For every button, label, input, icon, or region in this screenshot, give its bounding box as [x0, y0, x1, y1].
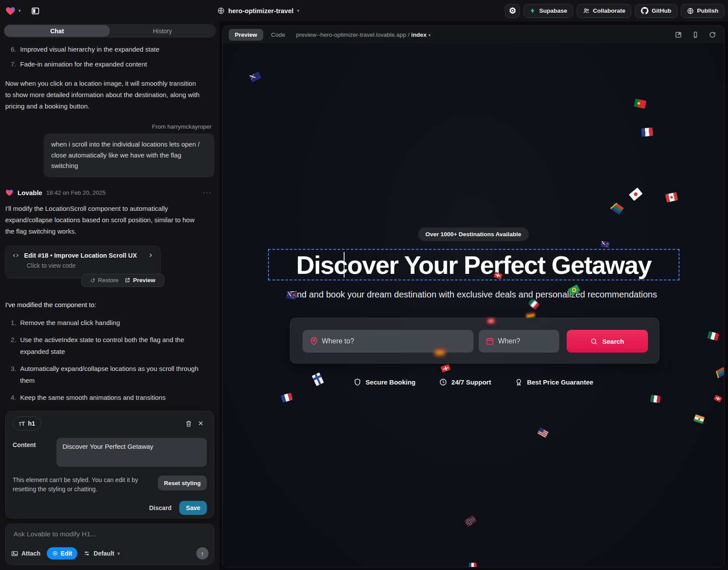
list-item-number: 3.	[5, 363, 20, 386]
feature-item: Best Price Guarantee	[515, 378, 593, 386]
panel-icon	[31, 7, 40, 15]
destinations-badge: Over 1000+ Destinations Available	[418, 227, 529, 241]
feature-label: 24/7 Support	[451, 378, 491, 386]
tab-chat[interactable]: Chat	[4, 25, 110, 37]
flag-mx-icon	[650, 395, 661, 403]
code-icon	[12, 252, 20, 259]
flag-ch-icon	[440, 364, 450, 372]
sliders-icon	[84, 550, 91, 557]
edit-version-card[interactable]: Edit #18 • Improve Location Scroll UX Cl…	[5, 246, 160, 278]
hero-subtitle: Find and book your dream destination wit…	[223, 290, 724, 300]
shield-icon	[353, 378, 362, 386]
globe-icon	[217, 7, 225, 14]
list-item: 3.Automatically expand/collapse location…	[5, 363, 214, 386]
refresh-icon	[709, 31, 716, 38]
edit-mode-button[interactable]: Edit	[47, 547, 77, 560]
flag-mx-icon	[528, 298, 540, 310]
from-label: From harrymckayroper	[5, 123, 214, 130]
chat-scroll-area[interactable]: 6.Improved visual hierarchy in the expan…	[0, 38, 219, 411]
search-card: Search	[290, 318, 659, 364]
restore-preview-bar: ↺ Restore Preview	[81, 274, 164, 287]
lovable-logo-icon[interactable]	[5, 6, 16, 16]
list-item: 1.Remove the manual click handling	[5, 317, 214, 329]
list-item-text: Use the activeIndex state to control bot…	[20, 334, 199, 357]
assistant-message: I'll modify the LocationScroll component…	[5, 203, 203, 237]
collaborate-button[interactable]: Collaborate	[577, 4, 631, 18]
search-button[interactable]: Search	[567, 330, 648, 353]
flag-no-icon	[464, 515, 477, 527]
user-message-bubble: when i scroll into the individual locati…	[44, 133, 214, 177]
list-item-number: 2.	[5, 334, 20, 357]
supabase-bolt-icon	[529, 7, 536, 14]
when-input-field[interactable]	[498, 330, 555, 353]
element-tag: h1	[28, 420, 35, 427]
tab-preview[interactable]: Preview	[229, 29, 263, 41]
edit-label: Edit	[61, 550, 72, 557]
discard-button[interactable]: Discard	[149, 504, 171, 511]
open-in-new-tab-button[interactable]	[675, 31, 682, 38]
delete-element-button[interactable]	[182, 417, 195, 430]
flag-au-icon	[249, 71, 262, 83]
preview-toolbar: Preview Code preview--hero-optimizer-tra…	[223, 26, 724, 43]
sidebar-toggle-button[interactable]	[29, 4, 42, 17]
sidebar-tabs: Chat History	[3, 24, 216, 38]
content-label: Content	[13, 438, 56, 467]
image-icon	[11, 550, 18, 557]
lovable-heart-icon	[5, 189, 14, 197]
list-item-text: Fade-in animation for the expanded conte…	[20, 59, 147, 70]
github-button[interactable]: GitHub	[635, 4, 677, 18]
chevron-right-icon[interactable]	[147, 252, 154, 259]
element-tag-pill[interactable]: TT h1	[13, 416, 41, 430]
flag-za-icon	[714, 367, 724, 379]
preview-url[interactable]: preview--hero-optimizer-travel.lovable.a…	[296, 31, 431, 38]
send-button[interactable]: ↑	[196, 547, 209, 560]
settings-button[interactable]: ⚙	[505, 4, 520, 18]
app-preview-hero: Over 1000+ Destinations Available Discov…	[223, 43, 724, 567]
styling-note: This element can't be styled. You can ed…	[13, 476, 153, 494]
h1-selection-outline[interactable]: Discover Your Perfect Getaway	[268, 249, 679, 280]
where-input[interactable]	[303, 330, 474, 353]
attach-button[interactable]: Attach	[11, 550, 41, 557]
save-button[interactable]: Save	[179, 501, 207, 515]
supabase-button[interactable]: Supabase	[523, 4, 573, 18]
feature-label: Secure Booking	[366, 378, 415, 386]
hero-title[interactable]: Discover Your Perfect Getaway	[296, 250, 651, 280]
message-menu-button[interactable]: ···	[203, 189, 214, 196]
calendar-icon	[485, 336, 495, 346]
when-input[interactable]	[479, 330, 559, 353]
award-icon	[515, 378, 523, 386]
mobile-icon	[692, 31, 699, 38]
chat-input-field[interactable]	[14, 530, 197, 538]
where-input-field[interactable]	[322, 330, 469, 353]
tab-code[interactable]: Code	[271, 31, 285, 38]
close-editor-button[interactable]: ✕	[195, 417, 207, 430]
text-caret	[344, 252, 345, 277]
content-textarea[interactable]: Discover Your Perfect Getaway	[56, 438, 207, 467]
logo-chevron-down-icon[interactable]: ▾	[18, 8, 21, 14]
flag-ch-icon	[714, 395, 722, 402]
mobile-view-button[interactable]	[692, 31, 699, 38]
restore-button[interactable]: ↺ Restore	[91, 277, 119, 284]
flag-za-icon	[610, 202, 624, 215]
flag-mx-icon	[707, 331, 719, 341]
project-switcher[interactable]: hero-optimizer-travel ▾	[217, 0, 300, 21]
refresh-button[interactable]	[709, 31, 716, 38]
reset-styling-button[interactable]: Reset styling	[158, 476, 207, 490]
publish-globe-icon	[687, 7, 694, 14]
assistant-message: Now when you click on a location image, …	[5, 78, 203, 112]
attach-label: Attach	[21, 550, 41, 557]
list-item-text: Remove the manual click handling	[20, 317, 199, 329]
model-default-button[interactable]: Default ▾	[84, 550, 120, 557]
flag-jp-icon	[629, 187, 643, 201]
assistant-name: Lovable	[17, 189, 42, 196]
publish-button[interactable]: Publish	[681, 4, 725, 18]
text-size-icon: TT	[19, 420, 25, 427]
gear-icon: ⚙	[509, 7, 516, 15]
tab-history[interactable]: History	[110, 25, 215, 37]
flag-fr-icon	[281, 393, 293, 403]
list-item: 7.Fade-in animation for the expanded con…	[5, 59, 214, 70]
search-label: Search	[602, 338, 624, 345]
assistant-message: I've modified the component to:	[5, 299, 203, 311]
preview-button[interactable]: Preview	[125, 277, 155, 283]
edit-card-subtitle: Click to view code	[27, 262, 154, 269]
